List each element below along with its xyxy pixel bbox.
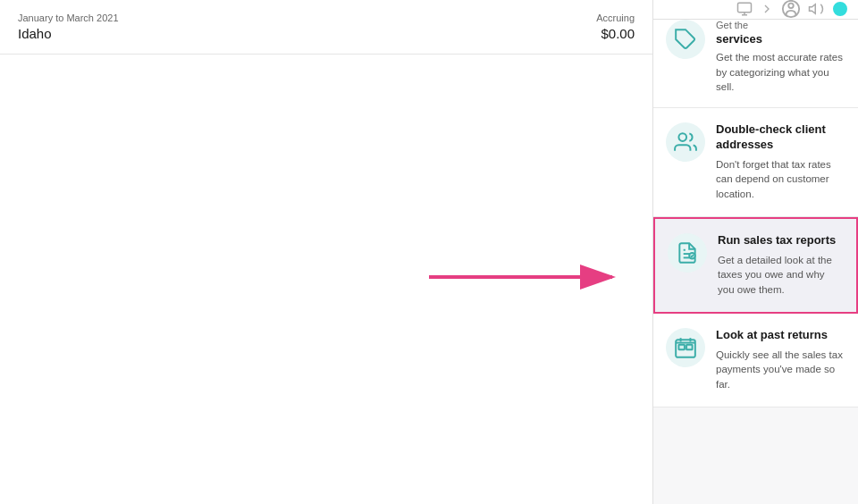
- card-list: Get the services Get the most accurate r…: [653, 20, 858, 407]
- run-reports-title: Run sales tax reports: [718, 233, 844, 248]
- double-check-desc: Don't forget that tax rates can depend o…: [716, 157, 845, 202]
- svg-rect-2: [738, 3, 752, 13]
- svg-point-9: [678, 133, 686, 141]
- past-returns-icon-wrap: [666, 328, 705, 367]
- user-circle-icon: [781, 0, 801, 19]
- status-dot: [831, 0, 849, 18]
- right-panel: Get the services Get the most accurate r…: [652, 0, 858, 504]
- get-the-label: Get the: [716, 20, 845, 30]
- list-item-past-returns[interactable]: Look at past returns Quickly see all the…: [653, 314, 858, 407]
- svg-rect-15: [686, 344, 693, 349]
- services-card-text: Get the services Get the most accurate r…: [716, 20, 845, 95]
- right-panel-header: [653, 0, 858, 20]
- double-check-title: Double-check client addresses: [716, 122, 845, 153]
- arrow-icon: [429, 259, 626, 295]
- amount: $0.00: [596, 26, 635, 41]
- past-returns-desc: Quickly see all the sales tax payments y…: [716, 348, 845, 392]
- double-check-icon-wrap: [666, 122, 705, 162]
- volume-icon: [808, 1, 824, 17]
- past-returns-title: Look at past returns: [716, 328, 845, 343]
- state-name: Idaho: [18, 26, 119, 41]
- services-title: services: [716, 32, 845, 46]
- double-check-text: Double-check client addresses Don't forg…: [716, 122, 845, 202]
- list-item-services[interactable]: Get the services Get the most accurate r…: [653, 20, 858, 108]
- svg-rect-14: [678, 344, 685, 349]
- people-icon: [674, 130, 697, 154]
- services-icon-wrap: [666, 20, 705, 59]
- run-reports-icon-wrap: [668, 233, 707, 273]
- history-icon: [674, 336, 697, 359]
- tax-row-right: Accruing $0.00: [596, 13, 635, 41]
- run-reports-desc: Get a detailed look at the taxes you owe…: [718, 253, 844, 298]
- svg-marker-7: [810, 4, 816, 13]
- svg-point-6: [788, 3, 794, 7]
- tax-row-left: January to March 2021 Idaho: [18, 13, 119, 41]
- report-icon: [676, 241, 699, 265]
- accruing-label: Accruing: [596, 13, 635, 23]
- tax-row[interactable]: January to March 2021 Idaho Accruing $0.…: [0, 0, 652, 55]
- monitor-icon: [736, 1, 753, 17]
- arrow-container: [89, 259, 652, 295]
- past-returns-text: Look at past returns Quickly see all the…: [716, 328, 845, 392]
- run-reports-text: Run sales tax reports Get a detailed loo…: [718, 233, 844, 298]
- header-icons: [736, 0, 849, 19]
- left-panel: January to March 2021 Idaho Accruing $0.…: [0, 0, 652, 504]
- list-item-run-reports[interactable]: Run sales tax reports Get a detailed loo…: [653, 217, 858, 314]
- date-range: January to March 2021: [18, 13, 119, 23]
- tag-icon: [674, 28, 697, 51]
- list-item-double-check[interactable]: Double-check client addresses Don't forg…: [653, 108, 858, 217]
- chevron-right-icon: [760, 2, 774, 16]
- services-desc: Get the most accurate rates by categoriz…: [716, 50, 845, 95]
